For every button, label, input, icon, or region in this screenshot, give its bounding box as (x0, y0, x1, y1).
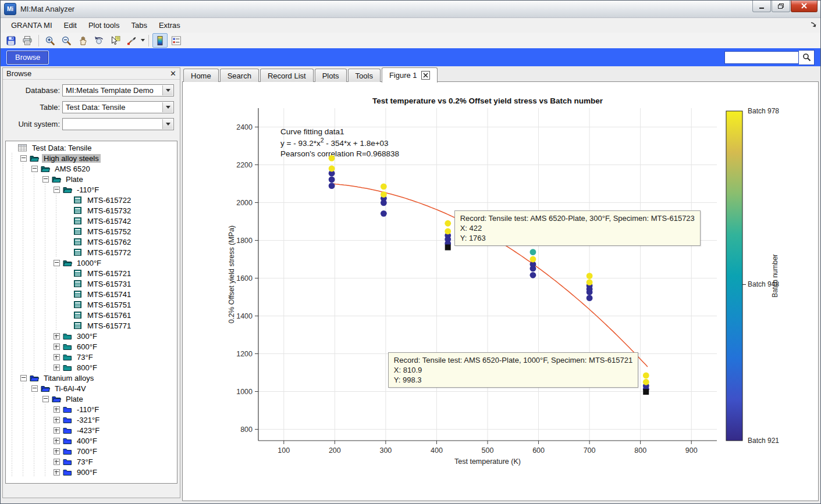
zoom-in-button[interactable] (42, 33, 58, 48)
data-point[interactable] (329, 183, 335, 189)
tab-plots[interactable]: Plots (315, 69, 347, 82)
brush-button[interactable] (124, 33, 139, 48)
tree-item[interactable]: High alloy steels (7, 153, 177, 163)
data-point[interactable] (587, 289, 593, 295)
data-point[interactable] (587, 273, 593, 279)
panel-close-icon[interactable]: ✕ (170, 70, 176, 77)
pan-button[interactable] (75, 33, 90, 48)
dropdown-arrow-icon[interactable] (162, 85, 173, 95)
data-point[interactable] (381, 199, 387, 206)
tab-tools[interactable]: Tools (348, 69, 381, 82)
tree-item[interactable]: Ti-6Al-4V (7, 383, 177, 394)
menu-item-extras[interactable]: Extras (153, 19, 186, 31)
data-point[interactable] (445, 220, 451, 227)
data-point[interactable] (381, 183, 387, 190)
collapse-icon[interactable] (42, 176, 49, 183)
collapse-icon[interactable] (31, 166, 38, 172)
tree-item[interactable]: MTS-615722 (7, 195, 177, 205)
expand-icon[interactable] (54, 448, 60, 455)
selected-data-point[interactable] (445, 245, 451, 251)
tree-item[interactable]: 73°F (7, 456, 177, 467)
data-point[interactable] (329, 155, 335, 162)
tree-item[interactable]: 73°F (7, 352, 177, 362)
data-point[interactable] (329, 166, 335, 172)
tab-home[interactable]: Home (183, 69, 219, 82)
tree-item[interactable]: 600°F (7, 341, 177, 352)
data-point[interactable] (530, 256, 536, 263)
data-point[interactable] (587, 279, 593, 285)
tree-item[interactable]: Plate (7, 394, 177, 404)
field-select-database-[interactable]: MI:Metals Template Demo (62, 84, 174, 96)
tree-item[interactable]: -110°F (7, 184, 177, 195)
tab-figure-1[interactable]: Figure 1 (382, 67, 438, 83)
tree-item[interactable]: MTS-615762 (7, 237, 177, 247)
collapse-icon[interactable] (31, 385, 38, 392)
expand-icon[interactable] (54, 427, 60, 434)
dropdown-arrow-icon[interactable] (162, 119, 173, 129)
tree-item[interactable]: MTS-615721 (7, 268, 177, 278)
tree-item[interactable]: -423°F (7, 425, 177, 435)
tree-item[interactable]: 800°F (7, 362, 177, 373)
tree-item[interactable]: MTS-615732 (7, 205, 177, 216)
tree-item[interactable]: -321°F (7, 414, 177, 425)
menu-item-edit[interactable]: Edit (58, 19, 83, 31)
tree-item[interactable]: 400°F (7, 435, 177, 446)
tab-search[interactable]: Search (220, 69, 259, 82)
tree-item[interactable]: 300°F (7, 331, 177, 341)
expand-icon[interactable] (54, 417, 60, 423)
tree-item[interactable]: Titanium alloys (7, 373, 177, 383)
tree-item[interactable]: 1000°F (7, 258, 177, 268)
data-point[interactable] (381, 191, 387, 198)
tree-item[interactable]: -110°F (7, 404, 177, 414)
menu-item-tabs[interactable]: Tabs (125, 19, 152, 31)
print-button[interactable] (20, 33, 35, 48)
expand-icon[interactable] (54, 406, 60, 413)
expand-icon[interactable] (54, 344, 60, 350)
minimize-button[interactable] (752, 1, 771, 12)
tree-item[interactable]: MTS-615771 (7, 320, 177, 331)
tree-item[interactable]: 700°F (7, 446, 177, 456)
data-point[interactable] (445, 228, 451, 235)
tree-item[interactable]: 900°F (7, 467, 177, 477)
collapse-icon[interactable] (20, 375, 27, 381)
save-button[interactable] (3, 33, 19, 48)
collapse-icon[interactable] (20, 155, 27, 162)
colorbar-button[interactable] (152, 33, 168, 48)
selected-data-point[interactable] (643, 389, 649, 395)
zoom-out-button[interactable] (59, 33, 74, 48)
tab-close-icon[interactable] (421, 71, 430, 80)
tree-item[interactable]: MTS-615761 (7, 310, 177, 320)
tab-record-list[interactable]: Record List (260, 69, 314, 82)
tree-item[interactable]: MTS-615731 (7, 278, 177, 289)
browse-nav-button[interactable]: Browse (6, 51, 49, 65)
tree-item[interactable]: MTS-615742 (7, 216, 177, 226)
dock-icon[interactable] (810, 21, 817, 30)
expand-icon[interactable] (54, 354, 60, 360)
data-point[interactable] (643, 372, 649, 378)
data-point[interactable] (643, 379, 649, 385)
maximize-button[interactable] (772, 1, 790, 12)
brush-dropdown-caret[interactable] (140, 34, 145, 47)
data-point[interactable] (329, 176, 335, 183)
expand-icon[interactable] (54, 333, 60, 339)
datatip-tooltip[interactable]: Record: Tensile test: AMS 6520-Plate, 10… (388, 352, 638, 388)
field-select-table-[interactable]: Test Data: Tensile (62, 101, 174, 113)
collapse-icon[interactable] (54, 187, 60, 193)
menu-item-granta-mi[interactable]: GRANTA MI (5, 19, 58, 31)
tree-item[interactable]: AMS 6520 (7, 163, 177, 174)
tree-item[interactable]: Test Data: Tensile (7, 142, 177, 153)
expand-icon[interactable] (54, 469, 60, 476)
dropdown-arrow-icon[interactable] (162, 102, 173, 112)
expand-icon[interactable] (54, 364, 60, 371)
expand-icon[interactable] (54, 438, 60, 444)
rotate-3d-button[interactable] (91, 33, 106, 48)
insert-legend-button[interactable] (169, 33, 184, 48)
data-point[interactable] (530, 266, 536, 272)
tree-item[interactable]: MTS-615772 (7, 247, 177, 258)
data-point[interactable] (381, 210, 387, 217)
data-point[interactable] (530, 249, 536, 255)
search-input[interactable] (724, 51, 799, 64)
datatip-tooltip[interactable]: Record: Tensile test: AMS 6520-Plate, 30… (454, 210, 701, 246)
data-point[interactable] (530, 272, 536, 278)
tree-item[interactable]: Plate (7, 174, 177, 184)
